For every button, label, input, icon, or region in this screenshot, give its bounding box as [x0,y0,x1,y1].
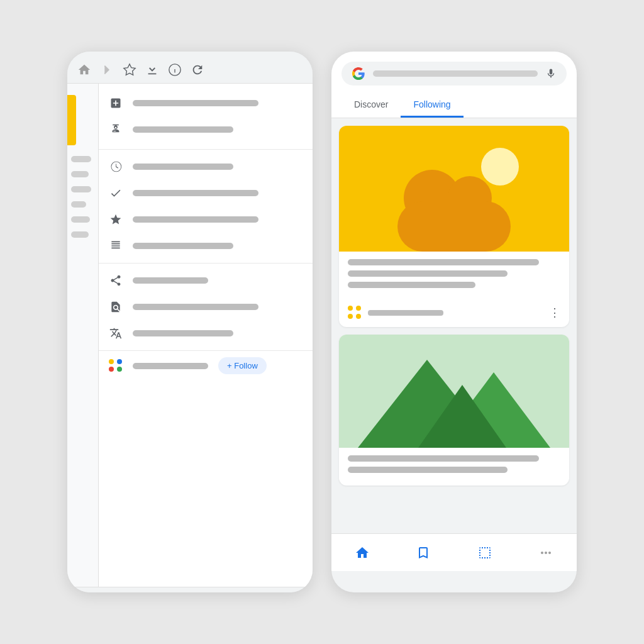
card-weather-image [339,126,569,252]
discover-tabs: Discover Following [341,93,567,118]
menu-section-nav [99,150,313,264]
card-source-dots-weather [348,306,362,319]
feed-content: ⋮ [331,118,577,533]
svg-marker-0 [124,64,135,75]
recent-tabs-icon [109,239,123,253]
card-mountains-image [339,335,569,448]
nav-more[interactable] [538,545,553,560]
sidebar-line-1 [71,156,91,162]
sidebar-line-3 [71,186,91,192]
sidebar-line-4 [71,201,86,208]
sidebar-line-5 [71,216,90,223]
recent-tabs-label [133,243,233,249]
card-mountains-body [339,448,569,486]
menu-item-history[interactable] [99,153,313,180]
star-icon[interactable] [123,63,136,77]
downloads-icon [109,186,123,200]
tab-discover[interactable]: Discover [341,93,401,118]
dot-blue [117,359,122,364]
bottom-nav [331,533,577,571]
mountain-mid [418,385,506,448]
chrome-menu-panel: + Follow [99,84,313,587]
search-input-bar[interactable] [373,70,538,77]
incognito-label [133,126,233,133]
menu-section-top [99,84,313,150]
sidebar-line-6 [71,231,89,238]
follow-button[interactable]: + Follow [218,357,267,374]
translate-icon [109,326,123,340]
card-weather-footer: ⋮ [339,301,569,327]
nav-home[interactable] [355,545,370,560]
menu-item-bookmarks[interactable] [99,206,313,233]
card-mountains-text-1 [348,455,539,462]
download-icon[interactable] [145,63,159,77]
menu-item-recent-tabs[interactable] [99,233,313,259]
menu-item-share[interactable] [99,267,313,294]
find-label [133,304,258,310]
history-label [133,164,233,170]
find-in-page-icon [109,300,123,314]
sun-shape [481,148,519,186]
phone-right: Discover Following [331,52,577,592]
cloud-shape [385,189,523,252]
menu-item-follow[interactable]: + Follow [99,351,313,380]
tab-following[interactable]: Following [401,93,463,118]
card-text-line-2 [348,270,508,277]
menu-item-new-tab[interactable] [99,90,313,116]
info-icon[interactable] [168,63,182,77]
card-dot-2 [356,306,361,311]
forward-icon[interactable] [100,63,114,77]
share-label [133,277,208,284]
follow-source-label [133,363,208,369]
dot-green [117,367,122,372]
refresh-icon[interactable] [191,63,204,77]
card-weather-body [339,252,569,301]
sidebar-line-2 [71,171,89,177]
card-text-line-1 [348,259,539,265]
dot-red [109,367,114,372]
card-text-line-3 [348,282,475,288]
phone-left: + Follow [67,52,313,592]
menu-item-incognito[interactable] [99,116,313,143]
new-tab-label [133,100,258,106]
bookmarks-icon [109,213,123,226]
home-icon[interactable] [77,63,91,77]
app-container: + Follow [0,0,644,644]
card-dot-3 [348,314,353,319]
card-dot-1 [348,306,353,311]
card-mountains [339,335,569,486]
left-sidebar [67,84,99,587]
menu-item-translate[interactable] [99,320,313,347]
menu-item-downloads[interactable] [99,180,313,206]
yellow-bookmark [67,95,76,145]
new-tab-icon [109,96,123,110]
google-header: Discover Following [331,52,577,118]
share-icon [109,274,123,287]
dot-yellow [109,359,114,364]
incognito-icon [109,123,123,136]
microphone-icon[interactable] [545,68,557,79]
translate-label [133,330,233,336]
nav-recent[interactable] [477,545,492,560]
google-logo [352,67,365,80]
cloud-body [397,201,511,252]
nav-bookmarks[interactable] [416,545,431,560]
menu-section-tools [99,264,313,351]
bookmarks-label [133,216,258,223]
card-weather: ⋮ [339,126,569,327]
google-search-bar[interactable] [341,62,567,86]
card-dot-4 [356,314,361,319]
card-source-name [368,310,443,316]
browser-content: + Follow [67,84,313,587]
menu-item-find[interactable] [99,294,313,320]
downloads-label [133,190,258,196]
card-mountains-text-2 [348,467,508,473]
history-icon [109,160,123,174]
google-dots-icon [109,359,123,373]
card-more-button[interactable]: ⋮ [549,306,560,319]
chrome-toolbar [67,52,313,84]
